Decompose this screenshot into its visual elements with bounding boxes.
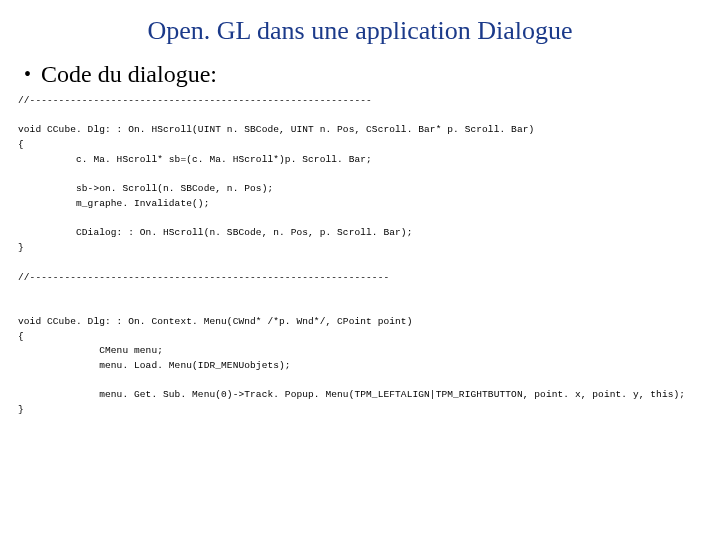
bullet-dot-icon: • <box>24 60 31 88</box>
bullet-text: Code du dialogue: <box>41 60 217 88</box>
slide-title: Open. GL dans une application Dialogue <box>18 16 702 46</box>
code-block: //--------------------------------------… <box>18 94 702 418</box>
bullet-item: • Code du dialogue: <box>24 60 702 88</box>
slide: Open. GL dans une application Dialogue •… <box>0 0 720 540</box>
